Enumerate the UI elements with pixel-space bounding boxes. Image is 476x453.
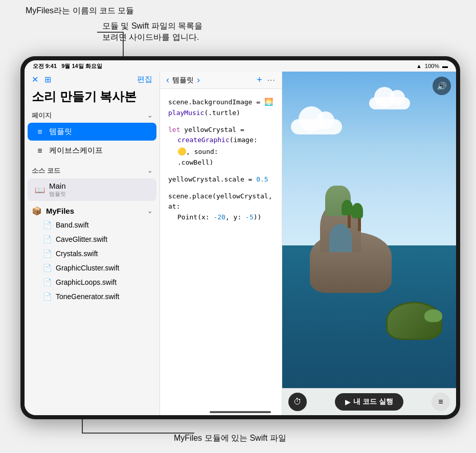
rock-arch-hole (329, 224, 352, 252)
list-icon: ≡ (35, 127, 45, 137)
tree-trunk-1 (348, 215, 351, 228)
source-chevron-icon[interactable]: ⌄ (147, 167, 152, 174)
close-icon[interactable]: ✕ (32, 75, 38, 84)
wifi-icon: ▲ (416, 63, 422, 69)
tree-top-2 (352, 203, 363, 218)
timer-icon: ⏱ (293, 397, 302, 406)
file-icon-caveglitter: 📄 (43, 235, 52, 243)
file-icon-crystals: 📄 (43, 250, 52, 258)
list-icon-2: ≡ (35, 146, 45, 155)
file-icon-tonegenerator: 📄 (43, 292, 52, 301)
swift-file-caveglitter[interactable]: 📄 CaveGlitter.swift (25, 232, 160, 246)
sound-icon: 🔊 (437, 81, 447, 91)
console-icon: ≡ (438, 397, 443, 406)
swift-file-graphicloops[interactable]: 📄 GraphicLoops.swift (25, 275, 160, 289)
scene-island (300, 180, 402, 293)
play-icon: ▶ (345, 398, 350, 406)
code-line-2: playMusic(.turtle) (168, 108, 274, 119)
code-line-5: .cowBell) (168, 157, 274, 168)
main-area: ✕ ⊞ 편집 소리 만들기 복사본 페이지 ⌄ ≡ 템플릿 (25, 72, 456, 415)
run-code-button[interactable]: ▶ 내 코드 실행 (335, 393, 403, 411)
sound-button[interactable]: 🔊 (433, 77, 451, 95)
cloud-2 (369, 97, 410, 109)
annotation-top-left: MyFiles라는 이름의 코드 모듈 (26, 5, 134, 16)
home-indicator (210, 411, 271, 413)
edit-button[interactable]: 편집 (137, 75, 152, 84)
pages-section-header: 페이지 ⌄ (25, 109, 160, 122)
sidebar-item-cave[interactable]: ≡ 케이브스케이프 (28, 142, 156, 160)
pages-chevron-icon[interactable]: ⌄ (147, 112, 152, 119)
file-icon-graphiccluster: 📄 (43, 264, 52, 272)
code-toolbar-nav: ‹ 템플릿 › (166, 75, 200, 85)
nav-forward-icon[interactable]: › (197, 75, 200, 85)
myfiles-header: 📦 MyFiles ⌄ (25, 204, 160, 218)
myfiles-chevron-icon[interactable]: ⌄ (147, 208, 152, 215)
sidebar-item-main[interactable]: 📖 Main 템플릿 (28, 178, 156, 201)
myfiles-icon: 📦 (32, 206, 42, 216)
sidebar-header: ✕ ⊞ 편집 (25, 72, 160, 86)
sidebar: ✕ ⊞ 편집 소리 만들기 복사본 페이지 ⌄ ≡ 템플릿 (25, 72, 160, 415)
code-line-4: createGraphic(image: 🟡, sound: (168, 135, 274, 157)
tree-top-1 (342, 200, 353, 215)
code-line-1: scene.backgroundImage = 🌅 (168, 96, 274, 108)
code-toolbar: ‹ 템플릿 › + ··· (160, 72, 282, 89)
nav-title: 템플릿 (172, 76, 194, 85)
code-line-3: let yellowCrystal = (168, 125, 274, 135)
swift-file-tonegenerator[interactable]: 📄 ToneGenerator.swift (25, 289, 160, 304)
swift-file-graphiccluster[interactable]: 📄 GraphicCluster.swift (25, 261, 160, 275)
nav-back-icon[interactable]: ‹ (166, 75, 169, 85)
battery-icon: ▬ (442, 63, 448, 69)
tree-2 (356, 203, 363, 231)
leader-horiz-2 (97, 32, 124, 33)
file-icon-graphicloops: 📄 (43, 278, 52, 286)
book-icon: 📖 (35, 185, 45, 195)
sidebar-item-template[interactable]: ≡ 템플릿 (28, 123, 156, 141)
console-button[interactable]: ≡ (432, 393, 450, 411)
code-line-6: yellowCrystal.scale = 0.5 (168, 174, 274, 185)
source-section-header: 소스 코드 ⌄ (25, 164, 160, 177)
code-content: scene.backgroundImage = 🌅 playMusic(.tur… (160, 89, 282, 415)
status-bar: 오전 9:41 9월 14일 화요일 ▲ 100% ▬ (25, 60, 456, 72)
swift-file-crystals[interactable]: 📄 Crystals.swift (25, 246, 160, 261)
ipad-frame: 오전 9:41 9월 14일 화요일 ▲ 100% ▬ ✕ ⊞ (20, 56, 460, 419)
tree-trunk-2 (358, 218, 361, 231)
ipad-screen: 오전 9:41 9월 14일 화요일 ▲ 100% ▬ ✕ ⊞ (25, 60, 456, 415)
timer-button[interactable]: ⏱ (288, 393, 307, 411)
annotation-bottom: MyFiles 모듈에 있는 Swift 파일 (174, 433, 286, 444)
code-editor: ‹ 템플릿 › + ··· scene.backgroundImage = 🌅 (160, 72, 282, 415)
sidebar-title: 소리 만들기 복사본 (25, 86, 160, 109)
swift-file-band[interactable]: 📄 Band.swift (25, 218, 160, 232)
preview-area: 🔊 ⏱ ▶ 내 코드 실행 ≡ (282, 72, 456, 415)
sidebar-header-icons: ✕ ⊞ (32, 75, 51, 84)
add-icon[interactable]: + (257, 75, 262, 85)
preview-scene: 🔊 (282, 72, 456, 388)
status-time: 오전 9:41 9월 14일 화요일 (33, 62, 102, 70)
code-line-7: scene.place(yellowCrystal, at: (168, 191, 274, 213)
more-icon[interactable]: ··· (267, 76, 276, 85)
code-line-8: Point(x: -20, y: -5)) (168, 212, 274, 223)
preview-bottom-bar: ⏱ ▶ 내 코드 실행 ≡ (282, 388, 456, 415)
run-button-label: 내 코드 실행 (353, 397, 393, 406)
code-toolbar-actions: + ··· (257, 75, 276, 85)
myfiles-section: 📦 MyFiles ⌄ 📄 Band.swift 📄 CaveGlitter.s… (25, 202, 160, 306)
file-icon-band: 📄 (43, 221, 52, 229)
bottom-annot-horiz (82, 433, 194, 434)
sidebar-toggle-icon[interactable]: ⊞ (44, 75, 51, 84)
status-right: ▲ 100% ▬ (416, 63, 448, 69)
cloud-1 (291, 119, 342, 134)
turtle-head (424, 309, 442, 322)
turtle (381, 299, 447, 350)
